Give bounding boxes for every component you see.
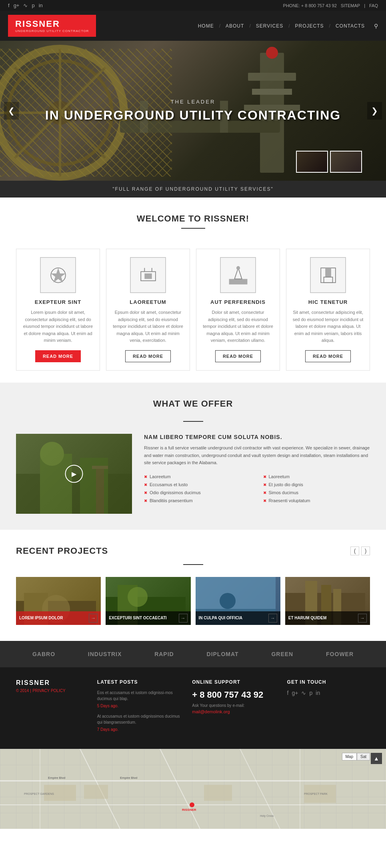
footer-support-title: ONLINE SUPPORT (192, 679, 275, 685)
nav-about[interactable]: ABOUT (222, 23, 247, 29)
linkedin-icon[interactable]: in (39, 2, 43, 8)
map-view-button[interactable]: Map (342, 753, 357, 760)
project-arrow-2[interactable]: → (179, 614, 188, 623)
svg-rect-30 (96, 466, 104, 514)
svg-rect-25 (324, 277, 332, 283)
recent-projects-section: RECENT PROJECTS ( ) LOREM IPSUM DOLOR → (0, 530, 386, 641)
footer-email-link[interactable]: mail@demolink.org (192, 709, 230, 714)
project-card-4[interactable]: ET HARUM QUIDEM → (285, 577, 370, 625)
faq-link[interactable]: FAQ (369, 3, 378, 8)
footer-pinterest-icon[interactable]: p (309, 690, 312, 696)
footer-brand: RISSNER © 2014 | PRIVACY POLICY (16, 679, 85, 737)
projects-nav[interactable]: ( ) (350, 547, 370, 555)
project-label-3: IN CULPA QUI OFFICIA → (196, 611, 280, 625)
service-card-3: AUT PERFERENDIS Dolor sit amet, consecte… (196, 249, 280, 371)
read-more-button-4[interactable]: READ MORE (305, 350, 351, 362)
welcome-title: WELCOME TO RISSNER! (16, 214, 370, 224)
footer-email-label: Ask Your questions by e-mail: (192, 703, 275, 708)
service-title-2: LAOREETUM (112, 299, 184, 305)
project-card-1[interactable]: LOREM IPSUM DOLOR → (16, 577, 101, 625)
footer-privacy-link[interactable]: PRIVACY POLICY (32, 688, 65, 693)
offer-video[interactable]: ▶ (16, 434, 132, 514)
rss-icon[interactable]: ∿ (23, 2, 28, 8)
hero-prev-button[interactable]: ❮ (4, 102, 19, 120)
footer-facebook-icon[interactable]: f (287, 690, 289, 696)
offer-description: Rissner is a full service versatile unde… (144, 444, 370, 467)
svg-text:PROSPECT GARDENS: PROSPECT GARDENS (24, 792, 54, 795)
read-more-button-2[interactable]: READ MORE (125, 350, 171, 362)
projects-next-button[interactable]: ) (361, 547, 370, 555)
service-title-4: HIC TENETUR (292, 299, 364, 305)
hero-title: IN UNDERGROUND UTILITY CONTRACTING (45, 108, 341, 123)
service-text-4: Sit amet, consectetur adipiscing elit, s… (292, 309, 364, 344)
service-card-4: HIC TENETUR Sit amet, consectetur adipis… (286, 249, 370, 371)
project-arrow-4[interactable]: → (358, 614, 367, 623)
offer-lists: ✖ Laoreetum ✖ Eccusamus et lusto ✖ Odio … (144, 473, 370, 505)
read-more-button-1[interactable]: READ MORE (35, 350, 81, 362)
hero-thumbnails[interactable] (296, 151, 362, 173)
offer-list-item: ✖ Blanditiis praesentium (144, 497, 251, 505)
footer-get-in-touch: GET IN TOUCH f g+ ∿ p in (287, 679, 370, 737)
pinterest-icon[interactable]: p (32, 2, 34, 8)
project-card-2[interactable]: EXCEPTURI SINT OCCAECATI → (106, 577, 190, 625)
hero-next-button[interactable]: ❯ (367, 102, 382, 120)
svg-text:Empire Blvd: Empire Blvd (120, 776, 137, 780)
sitemap-link[interactable]: SITEMAP (341, 3, 360, 8)
svg-text:Empire Blvd: Empire Blvd (48, 776, 65, 780)
welcome-section: WELCOME TO RISSNER! (0, 198, 386, 249)
footer-touch-title: GET IN TOUCH (287, 679, 370, 685)
facebook-icon[interactable]: f (8, 2, 10, 8)
footer-post-text-2: At accusamus et iustom odignissimos duci… (97, 713, 180, 725)
map-controls[interactable]: Map Sat (342, 753, 370, 760)
what-we-offer-section: WHAT WE OFFER ▶ NAM LIBERO TEMPORE CUM S… (0, 383, 386, 530)
project-arrow-3[interactable]: → (268, 614, 277, 623)
footer: RISSNER © 2014 | PRIVACY POLICY LATEST P… (0, 667, 386, 749)
svg-rect-8 (248, 73, 296, 81)
partner-logo-5: green (271, 651, 293, 657)
service-icon-2 (130, 257, 166, 293)
footer-rss-icon[interactable]: ∿ (301, 690, 306, 696)
offer-subtitle: NAM LIBERO TEMPORE CUM SOLUTA NOBIS. (144, 434, 370, 440)
project-label-4: ET HARUM QUIDEM → (285, 611, 370, 625)
offer-list-item: ✖ Simos ducimus (263, 489, 370, 497)
partner-logo-6: FOOWER (326, 651, 354, 657)
offer-list-item: ✖ Rraesenti voluptatum (263, 497, 370, 505)
service-card-1: EXEPTEUR SINT Lorem ipsum dolor sit amet… (16, 249, 100, 371)
svg-text:PROSPECT PARK: PROSPECT PARK (304, 792, 328, 795)
play-button[interactable]: ▶ (65, 465, 83, 483)
logo[interactable]: RISSNER UNDERGROUND UTILITY CONTRACTOR (8, 15, 96, 37)
svg-rect-24 (325, 268, 331, 277)
svg-point-29 (40, 442, 64, 466)
section-divider (183, 421, 203, 422)
svg-rect-31 (92, 466, 108, 469)
search-icon[interactable]: ⚲ (374, 23, 378, 29)
svg-rect-38 (196, 577, 276, 609)
partner-logo-1: GABRO (32, 651, 55, 657)
scroll-to-top-button[interactable]: ▲ (371, 753, 382, 764)
project-card-3[interactable]: IN CULPA QUI OFFICIA → (196, 577, 280, 625)
nav-projects[interactable]: PROJECTS (292, 23, 327, 29)
googleplus-icon[interactable]: g+ (14, 2, 20, 8)
footer-googleplus-icon[interactable]: g+ (292, 690, 298, 696)
hero-thumb-1[interactable] (296, 151, 328, 173)
project-arrow-1[interactable]: → (89, 614, 98, 623)
projects-divider (183, 564, 203, 565)
svg-point-56 (190, 802, 194, 807)
projects-prev-button[interactable]: ( (350, 547, 359, 555)
hero-thumb-2[interactable] (330, 151, 362, 173)
footer-logo: RISSNER (16, 679, 85, 686)
social-links[interactable]: f g+ ∿ p in (8, 2, 43, 8)
nav-services[interactable]: SERVICES (253, 23, 286, 29)
offer-list-left: ✖ Laoreetum ✖ Eccusamus et lusto ✖ Odio … (144, 473, 251, 505)
service-icon-3 (220, 257, 256, 293)
main-nav: HOME / ABOUT / SERVICES / PROJECTS / CON… (195, 23, 378, 29)
footer-post-1: Eos et accusamus et iustom odignissi-mos… (97, 690, 180, 708)
nav-contacts[interactable]: CONTACTS (332, 23, 368, 29)
satellite-view-button[interactable]: Sat (357, 753, 370, 760)
footer-linkedin-icon[interactable]: in (316, 690, 320, 696)
svg-text:Holy Cross: Holy Cross (260, 814, 274, 818)
top-bar: f g+ ∿ p in PHONE: + 8 800 757 43 92 SIT… (0, 0, 386, 11)
nav-home[interactable]: HOME (195, 23, 217, 29)
read-more-button-3[interactable]: READ MORE (215, 350, 261, 362)
footer-social-links[interactable]: f g+ ∿ p in (287, 690, 370, 696)
